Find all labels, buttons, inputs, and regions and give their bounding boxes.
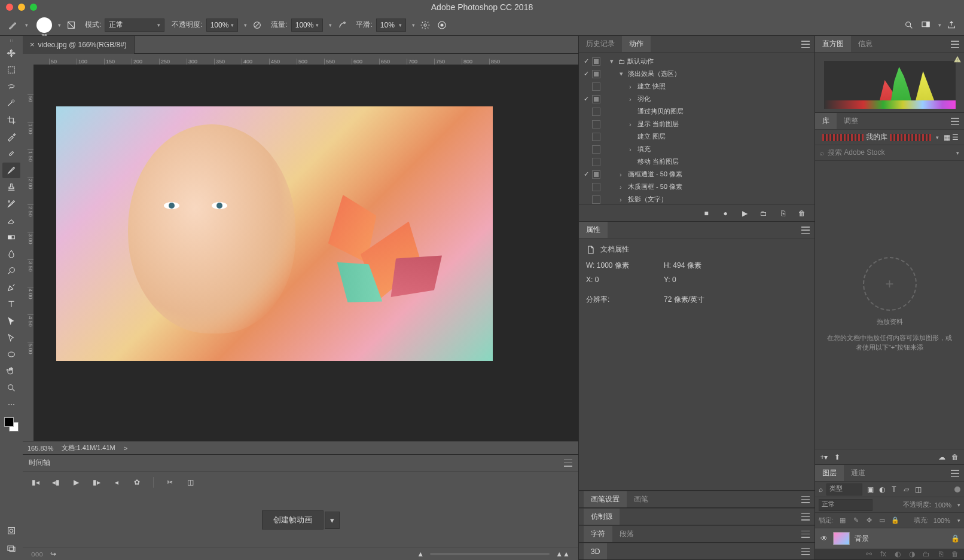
first-frame-icon[interactable]: ▮◂	[31, 478, 39, 486]
lock-position-icon[interactable]: ✥	[865, 516, 873, 525]
action-modal-icon[interactable]	[592, 57, 600, 66]
action-row[interactable]: 通过拷贝的图层	[579, 105, 814, 118]
lock-paint-icon[interactable]: ✎	[852, 516, 860, 525]
action-modal-icon[interactable]	[592, 133, 600, 141]
blend-mode-select[interactable]: 正常	[819, 499, 873, 511]
action-modal-icon[interactable]	[592, 145, 600, 154]
tab-history[interactable]: 历史记录	[579, 36, 622, 52]
lasso-tool[interactable]	[2, 79, 20, 94]
trash-icon[interactable]: 🗑	[951, 453, 959, 461]
action-modal-icon[interactable]	[592, 170, 600, 179]
warning-icon[interactable]	[953, 55, 962, 63]
tab-brush-settings[interactable]: 画笔设置	[584, 491, 627, 507]
panel-menu-icon[interactable]	[564, 460, 572, 467]
action-row[interactable]: 建立 图层	[579, 130, 814, 143]
tab-libraries[interactable]: 库	[815, 113, 837, 129]
action-modal-icon[interactable]	[592, 82, 600, 91]
lock-all-icon[interactable]: 🔒	[891, 516, 899, 525]
gear-icon[interactable]	[419, 19, 432, 32]
shape-tool[interactable]	[2, 347, 20, 362]
chevron-down-icon[interactable]: ▾	[25, 22, 28, 28]
action-check-icon[interactable]: ✓	[582, 95, 590, 103]
tool-preset-icon[interactable]	[6, 19, 19, 32]
layer-fill[interactable]: 100%	[934, 517, 950, 524]
lock-transparent-icon[interactable]: ▦	[838, 516, 847, 525]
prev-frame-icon[interactable]: ◂▮	[51, 478, 60, 486]
action-check-icon[interactable]: ✓	[582, 70, 590, 78]
adjustment-icon[interactable]: ◑	[908, 550, 916, 558]
folder-icon[interactable]: 🗀	[759, 209, 768, 218]
brush-preview[interactable]: 35	[36, 17, 52, 33]
close-tab-icon[interactable]: ×	[30, 40, 35, 49]
panel-menu-icon[interactable]	[801, 496, 810, 503]
panel-menu-icon[interactable]	[801, 41, 810, 48]
action-modal-icon[interactable]	[592, 195, 600, 204]
mute-icon[interactable]: ◂	[112, 478, 121, 486]
chevron-down-icon[interactable]: ▾	[412, 22, 415, 28]
zoom-in-slider-icon[interactable]: ▲▲	[556, 550, 570, 558]
tab-actions[interactable]: 动作	[622, 36, 651, 52]
action-check-icon[interactable]: ✓	[582, 170, 590, 178]
panel-menu-icon[interactable]	[801, 227, 810, 234]
search-icon[interactable]	[902, 19, 916, 32]
library-selector[interactable]: 我的库 ▾ ▦ ☰	[815, 130, 964, 145]
toolbar-grip-icon[interactable]	[1, 39, 22, 43]
lock-icon[interactable]: 🔒	[951, 534, 959, 543]
tab-paragraph[interactable]: 段落	[612, 526, 641, 542]
library-drop-zone[interactable]: + 拖放资料 在您的文档中拖放任何内容可添加图形，或者使用以下"+"按钮来添	[815, 161, 964, 449]
action-row[interactable]: 移动 当前图层	[579, 155, 814, 168]
gradient-tool[interactable]	[2, 229, 20, 245]
tab-layers[interactable]: 图层	[815, 465, 844, 481]
blend-mode-select[interactable]: 正常▾	[105, 19, 164, 32]
stamp-tool[interactable]	[2, 179, 20, 195]
action-modal-icon[interactable]	[592, 70, 600, 78]
layer-opacity[interactable]: 100%	[935, 501, 951, 509]
marquee-tool[interactable]	[2, 62, 20, 78]
chevron-down-icon[interactable]: ▾	[244, 22, 247, 28]
stop-icon[interactable]: ■	[702, 209, 710, 218]
create-frame-animation-button[interactable]: 创建帧动画	[262, 510, 324, 530]
disclosure-icon[interactable]: ›	[629, 96, 635, 103]
panel-menu-icon[interactable]	[801, 548, 810, 555]
chevron-down-icon[interactable]: ▾	[938, 22, 941, 28]
chevron-down-icon[interactable]: ▾	[329, 22, 332, 28]
action-row[interactable]: ›木质画框 - 50 像素	[579, 180, 814, 193]
disclosure-icon[interactable]: ›	[620, 183, 626, 191]
move-tool[interactable]	[2, 45, 20, 61]
brush-panel-icon[interactable]	[65, 19, 78, 32]
action-row[interactable]: ›填充	[579, 143, 814, 155]
library-search[interactable]: ⌕ 搜索 Adobe Stock ▾	[815, 145, 964, 161]
eraser-tool[interactable]	[2, 213, 20, 228]
direct-select-tool[interactable]	[2, 330, 20, 345]
filter-shape-icon[interactable]: ▱	[902, 485, 910, 494]
tab-info[interactable]: 信息	[851, 36, 880, 52]
filter-toggle-icon[interactable]	[954, 486, 960, 492]
pressure-size-icon[interactable]	[435, 19, 449, 32]
action-row[interactable]: ✓▾🗀 默认动作	[579, 55, 814, 68]
action-modal-icon[interactable]	[592, 95, 600, 103]
healing-tool[interactable]	[2, 146, 20, 161]
fx-icon[interactable]: fx	[879, 550, 887, 558]
panel-menu-icon[interactable]	[801, 531, 810, 538]
canvas-image[interactable]	[56, 106, 493, 361]
disclosure-icon[interactable]: ›	[629, 146, 635, 153]
filter-image-icon[interactable]: ▣	[866, 485, 874, 494]
crop-tool[interactable]	[2, 112, 20, 128]
minimize-window-icon[interactable]	[18, 4, 25, 11]
quickmask-icon[interactable]	[2, 523, 20, 538]
filter-smart-icon[interactable]: ◫	[914, 485, 922, 494]
tab-3d[interactable]: 3D	[584, 543, 607, 559]
disclosure-icon[interactable]: ▾	[610, 57, 616, 65]
color-swatch[interactable]	[4, 417, 19, 432]
flow-input[interactable]: 100%▾	[291, 19, 324, 32]
pen-tool[interactable]	[2, 280, 20, 295]
filter-adjust-icon[interactable]: ◐	[878, 485, 886, 494]
action-modal-icon[interactable]	[592, 120, 600, 128]
action-row[interactable]: ✓▾淡出效果（选区）	[579, 68, 814, 80]
link-icon[interactable]: ⚯	[865, 550, 873, 558]
upload-icon[interactable]: ⬆	[833, 453, 841, 461]
doc-size[interactable]: 文档:1.41M/1.41M	[62, 443, 115, 452]
trash-icon[interactable]: 🗑	[951, 550, 959, 558]
next-frame-icon[interactable]: ▮▸	[92, 478, 100, 486]
dodge-tool[interactable]	[2, 263, 20, 279]
